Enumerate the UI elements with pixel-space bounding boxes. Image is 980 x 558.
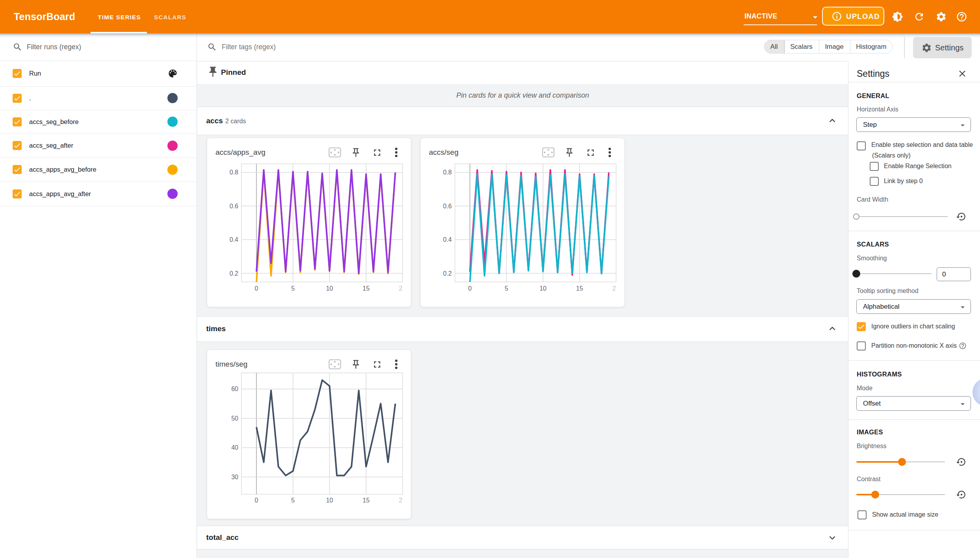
svg-text:0: 0 <box>468 285 472 292</box>
svg-text:0.6: 0.6 <box>443 203 452 209</box>
svg-text:10: 10 <box>326 285 333 292</box>
svg-text:0.4: 0.4 <box>230 236 238 243</box>
svg-text:0.8: 0.8 <box>443 169 452 176</box>
svg-text:2: 2 <box>399 285 403 292</box>
svg-text:0.2: 0.2 <box>230 270 238 277</box>
svg-text:5: 5 <box>291 497 295 504</box>
svg-text:15: 15 <box>363 285 370 292</box>
svg-text:0.2: 0.2 <box>443 270 452 277</box>
svg-text:50: 50 <box>231 415 238 422</box>
svg-text:0.4: 0.4 <box>443 236 452 243</box>
svg-text:15: 15 <box>363 497 370 504</box>
svg-text:2: 2 <box>399 497 403 504</box>
svg-text:0.8: 0.8 <box>230 169 238 176</box>
svg-text:40: 40 <box>231 444 238 451</box>
svg-text:10: 10 <box>326 497 333 504</box>
svg-text:0: 0 <box>255 285 258 292</box>
svg-text:60: 60 <box>231 386 238 392</box>
svg-text:0: 0 <box>255 497 258 504</box>
svg-text:2: 2 <box>612 285 616 292</box>
svg-text:15: 15 <box>576 285 583 292</box>
svg-text:5: 5 <box>505 285 508 292</box>
svg-text:0.6: 0.6 <box>230 203 238 209</box>
svg-text:5: 5 <box>291 285 295 292</box>
svg-text:30: 30 <box>231 474 238 480</box>
svg-text:10: 10 <box>540 285 547 292</box>
